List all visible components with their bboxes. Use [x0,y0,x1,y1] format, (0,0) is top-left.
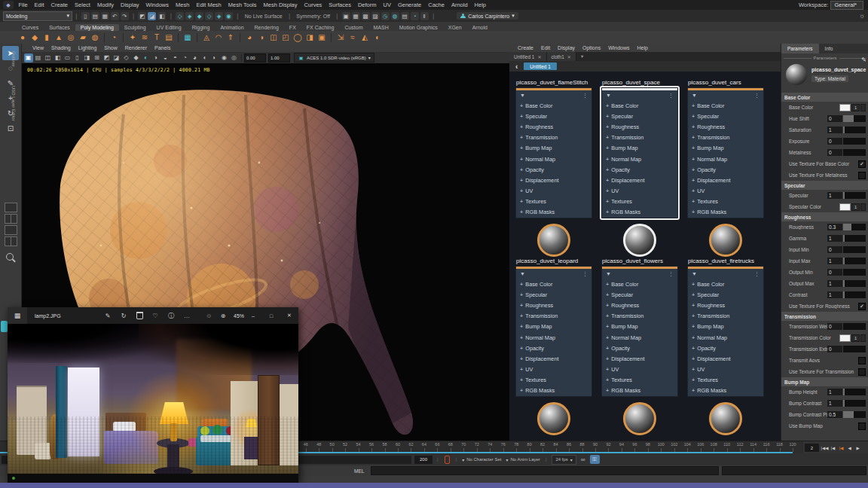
command-result-field[interactable] [722,466,866,475]
value-field[interactable]: 1 [827,235,842,242]
shelf-tab-curves[interactable]: Curves [17,24,44,31]
expand-plus-icon[interactable]: + [692,323,695,330]
node-port-specular[interactable]: +Specular [516,111,591,121]
property-control[interactable] [858,422,866,430]
node-port-uv[interactable]: +UV [602,186,677,197]
slider-track[interactable] [843,280,866,287]
settings-gear-icon[interactable]: ☼ [859,12,865,20]
value-field[interactable]: 0 [827,323,842,330]
shelf-tab-uv-editing[interactable]: UV Editing [151,24,187,31]
node-port-textures[interactable]: +Textures [602,375,677,386]
connect-button[interactable] [860,334,866,342]
shelf-tab-motion-graphics[interactable]: Motion Graphics [394,24,443,31]
value-field[interactable]: 0.3 [827,224,842,230]
film-gate-icon[interactable]: ▭ [63,53,72,63]
node-menu-icon[interactable]: ⋮ [668,271,674,277]
poly-cylinder-icon[interactable]: ▮ [41,32,53,43]
expand-plus-icon[interactable]: + [606,145,609,151]
section-header-roughness[interactable]: Roughness [781,212,868,221]
slider-track[interactable] [843,323,866,330]
node-port-displacement[interactable]: +Displacement [516,175,591,185]
quad-draw-icon[interactable]: ≋ [139,32,151,43]
node-port-base-color[interactable]: +Base Color [688,279,763,289]
lasso-select-tool[interactable]: ◌ [2,61,19,75]
value-field[interactable]: 1 [827,389,842,395]
node-port-rgb-masks[interactable]: +RGB Masks [602,386,677,396]
checkbox[interactable] [858,422,866,430]
select-camera-icon[interactable]: ▣ [24,53,33,63]
zoom-in-icon[interactable]: ⊕ [219,313,227,319]
color-swatch[interactable] [839,104,851,111]
section-header-base-color[interactable]: Base Color [781,93,868,102]
value-field[interactable]: 0 [827,138,842,145]
node-port-rgb-masks[interactable]: +RGB Masks [688,207,763,218]
expand-plus-icon[interactable]: + [692,198,695,205]
gate-mask-icon[interactable]: ◨ [83,53,92,63]
expand-plus-icon[interactable]: + [606,366,609,373]
tab-list-dropdown-icon[interactable]: ▾ [576,52,588,61]
node-port-opacity[interactable]: +Opacity [688,343,763,353]
safe-action-icon[interactable]: ◩ [102,53,112,63]
select-component-icon[interactable]: ◧ [157,12,166,20]
expand-plus-icon[interactable]: + [606,156,609,163]
auto-keyframe-toggle[interactable]: ⚿ [590,455,600,464]
property-tab-parameters[interactable]: Parameters [781,44,819,53]
node-port-bump-map[interactable]: +Bump Map [688,322,763,332]
expand-plus-icon[interactable]: + [606,124,609,130]
expand-plus-icon[interactable]: + [692,134,695,141]
make-live-icon[interactable]: ◉ [225,12,233,20]
shelf-tab-fx[interactable]: FX [284,24,301,31]
node-port-specular[interactable]: +Specular [516,289,591,300]
close-icon[interactable]: ✕ [537,54,541,59]
section-header-specular[interactable]: Specular [781,181,868,190]
field-chart-icon[interactable]: ⊞ [93,53,102,63]
new-scene-icon[interactable]: ▯ [81,12,90,20]
material-node-picasso-duvet-firetrucks[interactable]: picasso_duvet_firetrucks▼⋮+Base Color+Sp… [687,258,764,435]
node-port-roughness[interactable]: +Roughness [602,121,677,132]
collapse-arrow-icon[interactable]: ▼ [520,271,525,276]
smooth-icon[interactable]: ◯ [292,32,304,43]
workspace-value[interactable]: General* [830,1,863,10]
node-port-opacity[interactable]: +Opacity [602,343,677,353]
expand-plus-icon[interactable]: + [606,198,609,205]
menu-edit-mesh[interactable]: Edit Mesh [193,2,225,8]
close-icon[interactable]: ✕ [567,54,571,59]
property-control[interactable]: 1 [827,235,866,242]
node-port-displacement[interactable]: +Displacement [602,353,677,364]
select-object-icon[interactable]: ◪ [148,12,156,20]
zoom-out-icon[interactable]: ⊖ [205,313,212,319]
set-key-icon[interactable] [445,456,450,464]
node-port-normal-map[interactable]: +Normal Map [688,154,763,164]
menu-curves[interactable]: Curves [301,2,326,8]
paint-select-tool[interactable]: ✎ [2,76,19,90]
slider-track[interactable] [843,127,866,133]
material-node-picasso-duvet-space[interactable]: picasso_duvet_space▼⋮+Base Color+Specula… [601,79,678,257]
property-control[interactable]: 1 [839,334,866,342]
checkbox[interactable] [858,172,866,179]
photos-app-window[interactable]: ▦ lamp2.JPG ✎↻♡ⓘ… ⊖ ⊕ 45% –□✕ [8,307,298,483]
property-control[interactable]: 0 [827,138,866,145]
property-control[interactable]: 0.5 [827,411,866,418]
section-header-bump-map[interactable]: Bump Map [781,377,868,386]
expand-plus-icon[interactable]: + [606,334,609,341]
node-port-uv[interactable]: +UV [688,186,763,197]
favorite-icon[interactable]: ♡ [151,313,159,319]
ao-icon[interactable]: ◓ [171,53,180,63]
menu-mesh-tools[interactable]: Mesh Tools [225,2,260,8]
slider-track[interactable] [843,258,866,264]
node-port-transmission[interactable]: +Transmission [516,133,591,143]
value-field[interactable]: 1 [851,203,860,211]
fps-dropdown[interactable]: 24 fps ▾ [552,455,576,465]
expand-plus-icon[interactable]: + [520,323,523,330]
value-field[interactable]: 0 [827,115,842,122]
expand-plus-icon[interactable]: + [520,366,523,373]
property-control[interactable]: 1 [839,104,866,111]
menu-mesh-display[interactable]: Mesh Display [260,2,301,8]
menu-set-dropdown[interactable]: Modeling ▾ [3,11,72,21]
wireframe-icon[interactable]: ◇ [122,53,131,63]
expand-plus-icon[interactable]: + [692,188,695,194]
node-port-displacement[interactable]: +Displacement [516,353,591,364]
redo-icon[interactable]: ↷ [121,12,129,20]
align-icon[interactable]: ⇲ [335,32,347,43]
poly-torus-icon[interactable]: ◎ [66,32,77,43]
